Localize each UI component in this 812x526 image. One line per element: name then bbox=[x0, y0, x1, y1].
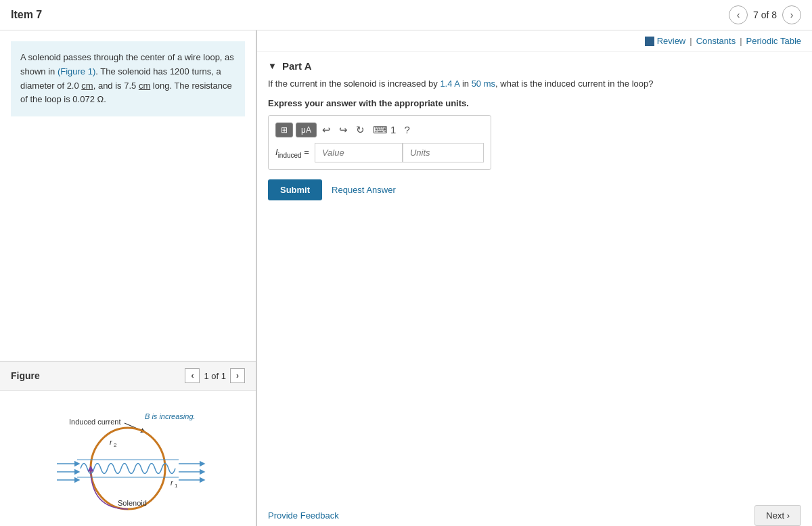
constants-link[interactable]: Constants bbox=[696, 36, 736, 46]
units-input[interactable] bbox=[403, 143, 484, 162]
page-indicator: 7 of 8 bbox=[753, 9, 777, 20]
figure-page: 1 of 1 bbox=[204, 371, 226, 381]
help-button[interactable]: ? bbox=[401, 123, 412, 137]
left-panel: A solenoid passes through the center of … bbox=[0, 30, 257, 526]
keyboard-button[interactable]: ⌨ 1 bbox=[370, 123, 399, 137]
figure-link[interactable]: (Figure 1) bbox=[58, 66, 95, 76]
template-icon: ⊞ bbox=[281, 125, 288, 135]
svg-text:Solenoid: Solenoid bbox=[118, 499, 147, 507]
svg-text:B is increasing.: B is increasing. bbox=[145, 412, 196, 420]
figure-prev-button[interactable]: ‹ bbox=[185, 368, 200, 383]
collapse-arrow-icon: ▼ bbox=[268, 61, 277, 71]
mu-label: μA bbox=[301, 125, 311, 135]
svg-text:r: r bbox=[171, 479, 174, 487]
next-item-button[interactable]: › bbox=[782, 5, 801, 24]
toolbar: ⊞ μA ↩ ↪ ↻ ⌨ 1 ? bbox=[275, 123, 484, 137]
template-button[interactable]: ⊞ bbox=[275, 123, 293, 137]
provide-feedback-link[interactable]: Provide Feedback bbox=[268, 510, 339, 521]
svg-text:Induced current: Induced current bbox=[69, 418, 120, 426]
refresh-button[interactable]: ↻ bbox=[353, 123, 367, 137]
periodic-table-link[interactable]: Periodic Table bbox=[746, 36, 801, 46]
header-nav: ‹ 7 of 8 › bbox=[729, 5, 801, 24]
prev-item-button[interactable]: ‹ bbox=[729, 5, 748, 24]
value-input[interactable] bbox=[315, 143, 403, 162]
bottom-row: Provide Feedback Next › bbox=[257, 494, 812, 526]
figure-next-button[interactable]: › bbox=[230, 368, 245, 383]
redo-button[interactable]: ↪ bbox=[336, 123, 351, 137]
svg-text:1: 1 bbox=[175, 483, 178, 489]
review-icon bbox=[645, 37, 654, 46]
answer-instruction: Express your answer with the appropriate… bbox=[268, 98, 801, 108]
svg-text:2: 2 bbox=[114, 442, 117, 448]
input-label: Iinduced = bbox=[275, 147, 309, 159]
part-a-label: Part A bbox=[282, 60, 312, 72]
undo-button[interactable]: ↩ bbox=[319, 123, 334, 137]
top-links: Review | Constants | Periodic Table bbox=[257, 30, 812, 52]
next-button[interactable]: Next › bbox=[754, 505, 801, 526]
question-text: If the current in the solenoid is increa… bbox=[268, 77, 801, 91]
action-row: Submit Request Answer bbox=[268, 179, 801, 200]
submit-button[interactable]: Submit bbox=[268, 179, 322, 200]
figure-header: Figure ‹ 1 of 1 › bbox=[0, 361, 256, 391]
problem-text: A solenoid passes through the center of … bbox=[11, 41, 245, 116]
answer-box: ⊞ μA ↩ ↪ ↻ ⌨ 1 ? Iinduced = bbox=[268, 115, 491, 170]
solenoid-diagram: Induced current B is increasing. bbox=[23, 404, 233, 512]
svg-text:r: r bbox=[110, 438, 113, 446]
header: Item 7 ‹ 7 of 8 › bbox=[0, 0, 812, 30]
figure-image: Induced current B is increasing. bbox=[0, 391, 256, 526]
figure-nav: ‹ 1 of 1 › bbox=[185, 368, 245, 383]
input-row: Iinduced = bbox=[275, 143, 484, 162]
main-layout: A solenoid passes through the center of … bbox=[0, 30, 812, 526]
request-answer-link[interactable]: Request Answer bbox=[332, 185, 396, 195]
figure-section: Figure ‹ 1 of 1 › Induced current B is i… bbox=[0, 361, 256, 526]
right-panel: Review | Constants | Periodic Table ▼ Pa… bbox=[257, 30, 812, 526]
review-link[interactable]: Review bbox=[657, 36, 686, 46]
part-a-section: ▼ Part A If the current in the solenoid … bbox=[257, 52, 812, 487]
part-a-header[interactable]: ▼ Part A bbox=[268, 52, 801, 77]
item-title: Item 7 bbox=[11, 9, 42, 21]
mu-button[interactable]: μA bbox=[296, 123, 317, 137]
figure-label: Figure bbox=[11, 370, 40, 381]
